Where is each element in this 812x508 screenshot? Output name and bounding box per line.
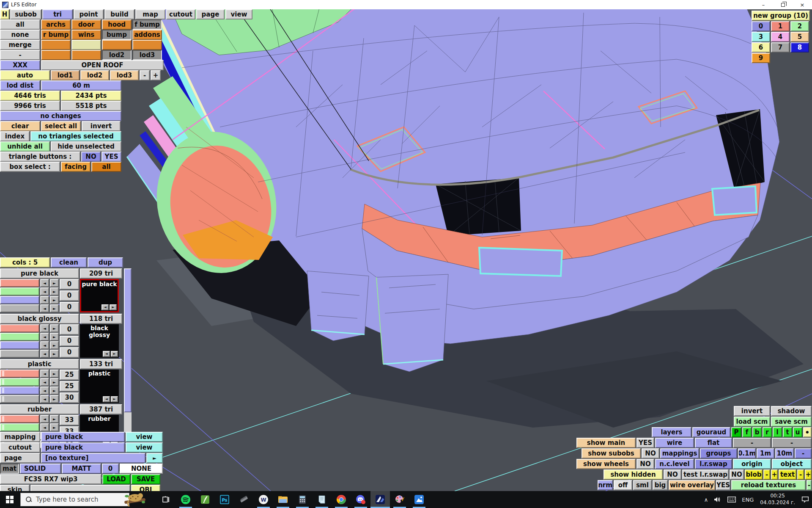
dup-button[interactable]: dup [88, 257, 123, 268]
invert-normals-button[interactable]: invert [734, 406, 770, 416]
value-cell[interactable]: 25 [60, 370, 79, 380]
text-plus-button[interactable]: + [805, 469, 812, 480]
object-button[interactable]: object [772, 459, 812, 469]
file-explorer-button[interactable] [273, 491, 293, 508]
clear-button[interactable]: clear [0, 121, 40, 131]
spinner-left-button[interactable]: ◄ [40, 370, 49, 378]
subob-bump-button[interactable]: bump [102, 30, 132, 40]
blob-minus-button[interactable]: - [763, 469, 770, 480]
photoshop-button[interactable]: Ps [215, 491, 234, 508]
menu-page[interactable]: page [196, 9, 225, 19]
lod2-button[interactable]: lod2 [80, 70, 109, 80]
green-slider[interactable] [0, 378, 39, 386]
subob-archs-button[interactable]: archs [41, 19, 71, 30]
menu-build[interactable]: build [104, 9, 134, 19]
spinner-left-button[interactable]: ◄ [103, 351, 110, 357]
spinner-right-button[interactable]: ► [50, 296, 59, 304]
group-5-button[interactable]: 5 [790, 32, 809, 42]
lod-minus-button[interactable]: - [140, 70, 150, 80]
language-indicator[interactable]: ENG [739, 491, 757, 508]
spinner-right-button[interactable]: ► [50, 415, 59, 423]
red-slider[interactable] [0, 415, 39, 423]
clock[interactable]: 00:25 04.03.2024 г. [757, 493, 798, 506]
mat-label[interactable]: mat [0, 464, 19, 474]
menu-map[interactable]: map [135, 9, 165, 19]
subob-blank-button[interactable] [71, 50, 101, 60]
scrollbar-thumb[interactable] [124, 268, 132, 412]
value-cell[interactable]: 0 [60, 279, 79, 290]
value-cell[interactable]: 0 [60, 290, 79, 301]
text-minus-button[interactable]: - [797, 469, 804, 480]
coreldraw-button[interactable] [195, 491, 215, 508]
save-button[interactable]: SAVE [131, 474, 160, 484]
test-lrswap-button[interactable]: test l.r.swap [682, 469, 729, 480]
spinner-left-button[interactable]: ◄ [40, 341, 49, 349]
blue-slider[interactable] [0, 296, 39, 304]
grid-1m-button[interactable]: 1m [757, 448, 774, 458]
touch-keyboard-icon[interactable] [724, 491, 739, 508]
reload-textures-button[interactable]: reload textures [731, 480, 806, 490]
subob-fbump-button[interactable]: f bump [132, 19, 162, 30]
subob-wins-button[interactable]: wins [71, 30, 101, 40]
start-button[interactable] [0, 491, 19, 508]
load-button[interactable]: LOAD [102, 474, 130, 484]
alpha-slider[interactable] [0, 350, 39, 358]
subob-blank-button[interactable] [132, 40, 162, 50]
show-main-label[interactable]: show main [576, 438, 636, 448]
value-cell[interactable]: 30 [60, 392, 79, 403]
spinner-left-button[interactable]: ◄ [40, 423, 49, 431]
select-all-button[interactable]: select all [41, 121, 81, 131]
show-main-toggle[interactable]: YES [636, 438, 654, 448]
spinner-left-button[interactable]: ◄ [40, 387, 49, 395]
subob-blank-button[interactable] [71, 40, 101, 50]
mappings-button[interactable]: mappings [660, 448, 699, 458]
cutout-value[interactable]: pure black [41, 442, 125, 453]
triangle-buttons-yes[interactable]: YES [102, 152, 121, 162]
group-9-button[interactable]: 9 [752, 53, 770, 63]
material-name-button[interactable]: black glossy [0, 314, 79, 324]
unhide-all-button[interactable]: unhide all [0, 141, 50, 152]
subob-lod2-button[interactable]: lod2 [102, 50, 132, 60]
alpha-slider[interactable] [0, 304, 39, 312]
menu-point[interactable]: point [74, 9, 104, 19]
calculator-button[interactable] [293, 491, 312, 508]
test-lrswap-toggle[interactable]: NO [730, 469, 744, 480]
show-wheels-label[interactable]: show wheels [576, 459, 636, 469]
groups-button[interactable]: groups [700, 448, 737, 458]
value-cell[interactable]: 0 [60, 302, 79, 312]
mat-matt-button[interactable]: MATT [62, 464, 101, 474]
material-name-button[interactable]: plastic [0, 359, 79, 369]
mapping-label[interactable]: mapping [0, 432, 40, 442]
spinner-right-button[interactable]: ► [50, 370, 59, 378]
spinner-right-button[interactable]: ► [50, 287, 59, 295]
minimize-button[interactable]: – [754, 0, 773, 9]
spinner-right-button[interactable]: ► [50, 387, 59, 395]
value-cell[interactable]: 25 [60, 381, 79, 392]
spinner-left-button[interactable]: ◄ [40, 378, 49, 386]
grid-10m-button[interactable]: 10m [775, 448, 794, 458]
spinner-left-button[interactable]: ◄ [40, 333, 49, 341]
spotify-button[interactable] [176, 491, 195, 508]
notepad-button[interactable] [312, 491, 332, 508]
page-next-button[interactable]: ► [146, 453, 163, 463]
subob-all-button[interactable]: all [0, 19, 40, 30]
gray-app-button[interactable] [234, 491, 254, 508]
nrm-button[interactable]: nrm [598, 480, 613, 490]
layer-P-button[interactable]: P [731, 427, 741, 437]
material-preview[interactable]: black glossy ◄► [80, 324, 119, 358]
spinner-left-button[interactable]: ◄ [40, 415, 49, 423]
blue-slider[interactable] [0, 341, 39, 349]
value-cell[interactable]: 0 [60, 324, 79, 335]
group-7-button[interactable]: 7 [771, 42, 790, 52]
mat-solid-button[interactable]: SOLID [20, 464, 61, 474]
winamp-button[interactable]: W [254, 491, 273, 508]
group-3-button[interactable]: 3 [752, 32, 770, 42]
spinner-right-button[interactable]: ► [50, 423, 59, 431]
spinner-right-button[interactable]: ► [110, 304, 117, 310]
material-name-button[interactable]: rubber [0, 404, 79, 414]
triangle-buttons-no[interactable]: NO [81, 152, 101, 162]
shadow-button[interactable]: shadow [771, 406, 812, 416]
spinner-left-button[interactable]: ◄ [40, 304, 49, 312]
spinner-left-button[interactable]: ◄ [40, 350, 49, 358]
gouraud-button[interactable]: gouraud [692, 427, 730, 437]
